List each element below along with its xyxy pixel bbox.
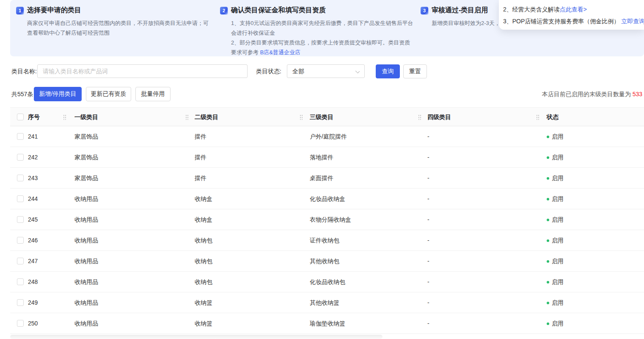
horizontal-scrollbar[interactable]: [10, 335, 383, 339]
row-checkbox[interactable]: [17, 133, 24, 140]
cell-level2: 收纳盒: [195, 209, 212, 230]
commission-rate-link[interactable]: 立即查询 >: [621, 18, 644, 25]
cell-level3: 瑜伽垫收纳篮: [310, 313, 345, 333]
cell-level4: -: [427, 168, 429, 188]
cell-seq: 246: [28, 230, 38, 250]
header-level1: 一级类目: [74, 108, 98, 126]
cell-level4: -: [427, 209, 429, 230]
cell-level1: 收纳用品: [74, 272, 98, 292]
cell-level1: 家居饰品: [74, 168, 98, 188]
cell-level4: -: [427, 292, 429, 313]
category-status-select[interactable]: 全部: [287, 64, 365, 78]
cell-level2: 摆件: [195, 126, 206, 147]
category-name-label: 类目名称:: [11, 64, 37, 78]
cell-level2: 收纳包: [195, 272, 212, 292]
cell-seq: 248: [28, 272, 38, 292]
table-row: 246 收纳用品 收纳包 证件收纳包 - 启用: [10, 230, 644, 251]
cell-level2: 收纳包: [195, 251, 212, 271]
step-1-description: 商家仅可申请自己店铺可经营范围内的类目，不开放招商类目无法申请；可查看帮助中心了…: [27, 18, 211, 38]
cell-status: 启用: [547, 292, 564, 313]
category-meaning-link[interactable]: 点此查看>: [560, 6, 587, 13]
status-dot-icon: [547, 177, 549, 180]
cell-level3: 桌面摆件: [310, 168, 333, 188]
cell-level4: -: [427, 189, 429, 209]
enabled-note-text: 本店目前已启用的末级类目数量为: [542, 91, 633, 97]
reset-button[interactable]: 重置: [403, 64, 427, 78]
row-checkbox[interactable]: [17, 278, 24, 285]
row-checkbox[interactable]: [17, 237, 24, 244]
row-checkbox[interactable]: [17, 154, 24, 161]
cell-level4: -: [427, 313, 429, 333]
step-2-desc-line1: 1、支持0元试运营的类目商家可先经营后缴费，类目下产品发生销售后平台会进行补收保…: [231, 20, 413, 36]
cell-level2: 摆件: [195, 147, 206, 167]
table-row: 242 家居饰品 摆件 落地摆件 - 启用: [10, 147, 644, 168]
column-resize-icon[interactable]: [418, 114, 421, 120]
step-1-title: 选择要申请的类目: [27, 6, 81, 15]
status-dot-icon: [547, 260, 549, 263]
cell-status: 启用: [547, 251, 564, 271]
header-seq: 序号: [28, 108, 40, 126]
row-checkbox[interactable]: [17, 175, 24, 181]
cell-level4: -: [427, 251, 429, 271]
cell-level4: -: [427, 147, 429, 167]
cell-seq: 247: [28, 251, 38, 271]
cell-level1: 收纳用品: [74, 251, 98, 271]
cell-status: 启用: [547, 209, 564, 230]
filter-bar: 类目名称: 类目状态: 全部 查询 重置: [0, 64, 644, 79]
row-checkbox[interactable]: [17, 195, 24, 202]
enabled-count-value: 533: [633, 91, 642, 97]
cell-level4: -: [427, 272, 429, 292]
table-row: 250 收纳用品 收纳篮 瑜伽垫收纳篮 - 启用: [10, 313, 644, 334]
select-all-checkbox[interactable]: [17, 114, 24, 120]
column-resize-icon[interactable]: [536, 114, 539, 120]
status-dot-icon: [547, 219, 549, 221]
cell-level3: 衣物分隔收纳盒: [310, 209, 351, 230]
cell-seq: 245: [28, 209, 38, 230]
column-resize-icon[interactable]: [63, 114, 66, 120]
update-qualification-button[interactable]: 更新已有资质: [86, 87, 131, 101]
table-row: 249 收纳用品 收纳篮 其他收纳篮 - 启用: [10, 292, 644, 313]
row-checkbox[interactable]: [17, 258, 24, 264]
chevron-down-icon: [356, 69, 359, 73]
status-badge: 启用: [552, 154, 564, 161]
status-badge: 启用: [552, 195, 564, 202]
cell-level3: 证件收纳包: [310, 230, 339, 250]
row-checkbox[interactable]: [17, 216, 24, 223]
step-3-number-icon: 3: [421, 7, 428, 14]
cell-status: 启用: [547, 230, 564, 250]
add-disable-category-button[interactable]: 新增/停用类目: [34, 87, 82, 101]
cell-level3: 其他收纳篮: [310, 292, 339, 313]
header-level4: 四级类目: [427, 108, 451, 126]
enabled-leaf-count-note: 本店目前已启用的末级类目数量为 533: [542, 87, 642, 101]
cell-level1: 收纳用品: [74, 313, 98, 333]
category-status-label: 类目状态:: [256, 64, 281, 78]
category-name-input[interactable]: [37, 64, 248, 78]
status-dot-icon: [547, 198, 549, 200]
total-count-label: 共557条: [11, 87, 33, 101]
cell-level1: 家居饰品: [74, 147, 98, 167]
help-line-2-text: 2、经营大类含义解读: [503, 6, 560, 13]
cell-status: 启用: [547, 189, 564, 209]
header-level3: 三级类目: [310, 108, 333, 126]
status-badge: 启用: [552, 320, 564, 327]
step-2-number-icon: 2: [220, 7, 228, 14]
step-3-title: 审核通过-类目启用: [432, 6, 488, 15]
column-resize-icon[interactable]: [300, 114, 303, 120]
table-row: 243 家居饰品 摆件 桌面摆件 - 启用: [10, 168, 644, 189]
row-checkbox[interactable]: [17, 320, 24, 327]
status-dot-icon: [547, 156, 549, 159]
help-popup-line-3: 3、POP店铺运营支持服务费率（佣金比例） 立即查询 >: [503, 15, 644, 27]
cell-level2: 收纳篮: [195, 313, 212, 333]
query-button[interactable]: 查询: [376, 64, 400, 78]
shop-qualification-link[interactable]: B店&普通企业店: [260, 49, 300, 56]
status-dot-icon: [547, 239, 549, 242]
table-row: 247 收纳用品 收纳包 其他收纳包 - 启用: [10, 251, 644, 272]
cell-level4: -: [427, 126, 429, 147]
table-header-row: 序号 一级类目 二级类目 三级类目 四级类目 状态: [10, 107, 644, 126]
column-resize-icon[interactable]: [185, 114, 189, 120]
batch-disable-button[interactable]: 批量停用: [135, 87, 171, 101]
status-badge: 启用: [552, 299, 564, 306]
cell-status: 启用: [547, 147, 564, 167]
row-checkbox[interactable]: [17, 299, 24, 306]
cell-level4: -: [427, 230, 429, 250]
